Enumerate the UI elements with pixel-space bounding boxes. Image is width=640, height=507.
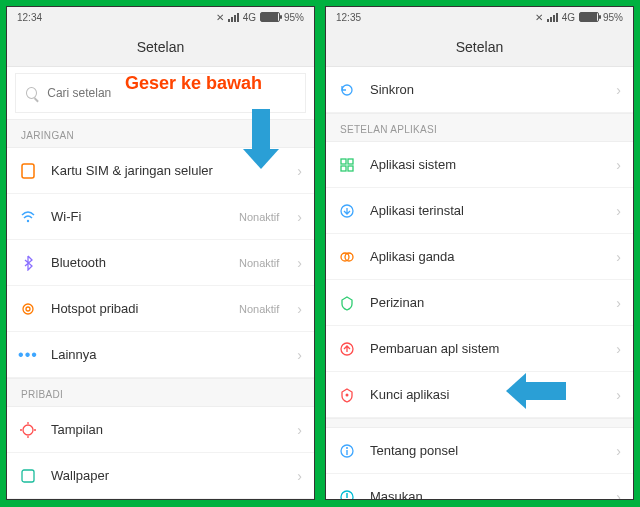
row-status: Nonaktif (239, 257, 279, 269)
row-label: Lainnya (51, 347, 283, 362)
section-aplikasi: SETELAN APLIKASI (326, 113, 633, 142)
sync-icon (338, 81, 356, 99)
row-wallpaper[interactable]: Wallpaper › (7, 453, 314, 499)
chevron-right-icon: › (616, 443, 621, 459)
status-battery: 95% (284, 12, 304, 23)
status-net: 4G (562, 12, 575, 23)
row-aplikasi-sistem[interactable]: Aplikasi sistem › (326, 142, 633, 188)
bluetooth-icon (19, 254, 37, 272)
battery-icon (579, 12, 599, 22)
row-label: Bluetooth (51, 255, 225, 270)
row-hotspot[interactable]: Hotspot pribadi Nonaktif › (7, 286, 314, 332)
chevron-right-icon: › (297, 255, 302, 271)
row-bluetooth[interactable]: Bluetooth Nonaktif › (7, 240, 314, 286)
row-label: Kunci aplikasi (370, 387, 602, 402)
sim-icon (19, 162, 37, 180)
row-label: Wallpaper (51, 468, 283, 483)
page-title: Setelan (7, 27, 314, 67)
chevron-right-icon: › (297, 468, 302, 484)
search-icon (26, 87, 37, 99)
chevron-right-icon: › (616, 387, 621, 403)
section-pribadi: PRIBADI (7, 378, 314, 407)
row-pembaruan[interactable]: Pembaruan apl sistem › (326, 326, 633, 372)
apps-icon (338, 156, 356, 174)
row-perizinan[interactable]: Perizinan › (326, 280, 633, 326)
chevron-right-icon: › (297, 163, 302, 179)
row-label: Perizinan (370, 295, 602, 310)
row-aplikasi-ganda[interactable]: Aplikasi ganda › (326, 234, 633, 280)
update-icon (338, 340, 356, 358)
svg-point-15 (346, 393, 349, 396)
chevron-right-icon: › (616, 203, 621, 219)
battery-icon (260, 12, 280, 22)
row-tampilan[interactable]: Tampilan › (7, 407, 314, 453)
row-label: Tentang ponsel (370, 443, 602, 458)
row-masukan[interactable]: Masukan › (326, 474, 633, 500)
chevron-right-icon: › (297, 301, 302, 317)
row-tentang[interactable]: Tentang ponsel › (326, 428, 633, 474)
display-icon (19, 421, 37, 439)
chevron-right-icon: › (297, 209, 302, 225)
row-sinkron[interactable]: Sinkron › (326, 67, 633, 113)
svg-rect-10 (348, 166, 353, 171)
svg-rect-18 (346, 450, 347, 455)
wallpaper-icon (19, 467, 37, 485)
hotspot-icon (19, 300, 37, 318)
row-label: Masukan (370, 489, 602, 500)
chevron-right-icon: › (616, 295, 621, 311)
chevron-right-icon: › (616, 341, 621, 357)
svg-point-3 (23, 304, 33, 314)
status-time: 12:35 (336, 12, 361, 23)
svg-point-20 (346, 499, 348, 500)
svg-rect-5 (22, 470, 34, 482)
chevron-right-icon: › (616, 82, 621, 98)
vibrate-icon: ✕ (535, 12, 543, 23)
wifi-icon (19, 208, 37, 226)
vibrate-icon: ✕ (216, 12, 224, 23)
row-status: Nonaktif (239, 303, 279, 315)
row-label: Kartu SIM & jaringan seluler (51, 163, 283, 178)
installed-icon (338, 202, 356, 220)
row-label: Tampilan (51, 422, 283, 437)
svg-rect-8 (348, 159, 353, 164)
row-wifi[interactable]: Wi-Fi Nonaktif › (7, 194, 314, 240)
more-icon: ••• (19, 346, 37, 364)
dual-apps-icon (338, 248, 356, 266)
signal-icon (547, 12, 558, 22)
phone-right: 12:35 ✕ 4G 95% Setelan Sinkron › SETELAN… (325, 6, 634, 500)
search-bar[interactable] (15, 73, 306, 113)
signal-icon (228, 12, 239, 22)
feedback-icon (338, 488, 356, 501)
row-sim[interactable]: Kartu SIM & jaringan seluler › (7, 148, 314, 194)
permissions-icon (338, 294, 356, 312)
chevron-right-icon: › (616, 157, 621, 173)
status-time: 12:34 (17, 12, 42, 23)
chevron-right-icon: › (297, 422, 302, 438)
svg-rect-0 (22, 164, 34, 178)
status-battery: 95% (603, 12, 623, 23)
search-input[interactable] (47, 86, 295, 100)
status-bar: 12:35 ✕ 4G 95% (326, 7, 633, 27)
svg-point-2 (26, 307, 30, 311)
row-label: Wi-Fi (51, 209, 225, 224)
section-gap (326, 418, 633, 428)
lock-icon (338, 386, 356, 404)
row-more[interactable]: ••• Lainnya › (7, 332, 314, 378)
svg-rect-7 (341, 159, 346, 164)
svg-point-4 (23, 425, 33, 435)
chevron-right-icon: › (297, 347, 302, 363)
svg-point-1 (27, 219, 29, 221)
chevron-right-icon: › (616, 249, 621, 265)
row-kunci-aplikasi[interactable]: Kunci aplikasi › (326, 372, 633, 418)
row-tema[interactable]: Tema › (7, 499, 314, 500)
row-label: Hotspot pribadi (51, 301, 225, 316)
page-title: Setelan (326, 27, 633, 67)
svg-rect-9 (341, 166, 346, 171)
row-status: Nonaktif (239, 211, 279, 223)
chevron-right-icon: › (616, 489, 621, 501)
row-label: Aplikasi sistem (370, 157, 602, 172)
row-aplikasi-terinstal[interactable]: Aplikasi terinstal › (326, 188, 633, 234)
row-label: Aplikasi ganda (370, 249, 602, 264)
svg-point-17 (346, 447, 348, 449)
status-net: 4G (243, 12, 256, 23)
